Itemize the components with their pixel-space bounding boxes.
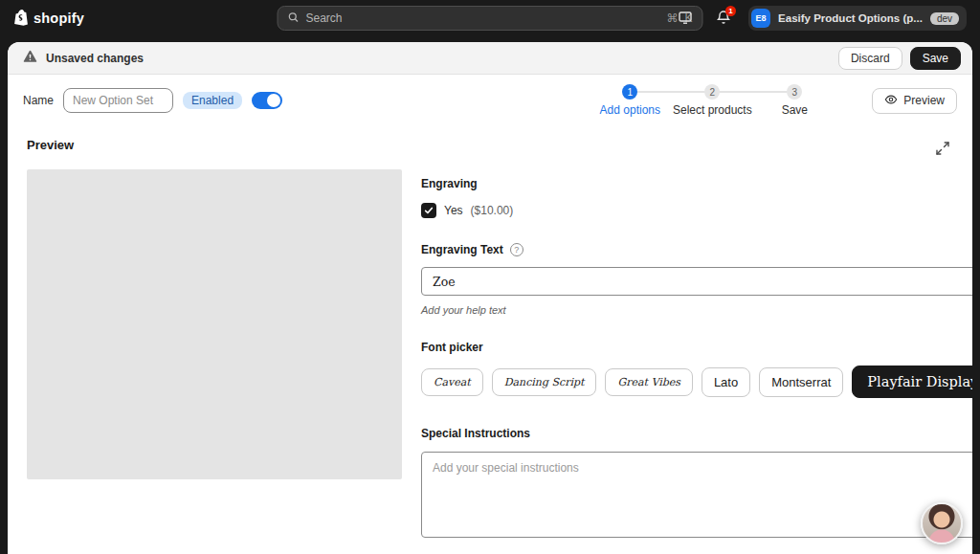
discard-button[interactable]: Discard	[838, 47, 902, 70]
step-3-label: Save	[782, 103, 808, 117]
engraving-text-label: Engraving Text	[421, 243, 503, 256]
preview-section: Preview Engraving Yes ($10.00)	[8, 124, 972, 554]
options-form: Engraving Yes ($10.00) Engraving Text ? …	[421, 169, 972, 554]
step-1-circle: 1	[622, 84, 637, 100]
env-badge: dev	[930, 12, 959, 25]
font-option-dancing-script[interactable]: Dancing Script	[492, 368, 597, 396]
special-instructions-label: Special Instructions	[421, 427, 972, 440]
font-option-caveat[interactable]: Caveat	[421, 368, 483, 396]
enabled-toggle[interactable]	[252, 92, 282, 109]
store-switcher[interactable]: E8 Easify Product Options (p... dev	[748, 6, 967, 31]
preview-button-label: Preview	[903, 94, 945, 107]
notifications-button[interactable]: 1	[710, 5, 737, 32]
font-option-lato[interactable]: Lato	[702, 367, 750, 397]
step-2-circle: 2	[704, 84, 720, 100]
engraving-help-text: Add your help text	[421, 304, 972, 316]
toggle-knob	[267, 94, 280, 107]
unsaved-changes-bar: Unsaved changes Discard Save	[8, 42, 972, 75]
step-save[interactable]: 3 Save	[753, 84, 835, 117]
option-set-name-input[interactable]	[63, 88, 173, 113]
engraving-yes-option[interactable]: Yes ($10.00)	[421, 203, 972, 218]
step-2-label: Select products	[673, 103, 752, 117]
eye-icon	[884, 93, 898, 109]
main-card: Unsaved changes Discard Save Name Enable…	[8, 42, 972, 554]
notification-badge: 1	[725, 6, 736, 16]
savebar-actions: Discard Save	[838, 47, 961, 70]
store-preview-button[interactable]	[672, 5, 699, 32]
engraving-label: Engraving	[421, 177, 972, 190]
unsaved-changes-message: Unsaved changes	[46, 52, 144, 65]
collapse-preview-button[interactable]	[932, 138, 953, 162]
wizard-stepper: 1 Add options 2 Select products 3 Save	[589, 84, 835, 117]
font-options: Caveat Dancing Script Great Vibes Lato M…	[421, 366, 972, 398]
search-placeholder: Search	[306, 11, 660, 25]
product-image-placeholder	[27, 169, 402, 479]
search-icon	[288, 11, 300, 26]
font-picker-label: Font picker	[421, 341, 972, 354]
topbar: shopify Search ⌘ K 1 E8 Easify Product O…	[0, 0, 980, 36]
preview-header: Preview	[27, 138, 953, 162]
option-set-bar: Name Enabled 1 Add options 2 Select prod…	[8, 75, 972, 124]
shopify-wordmark: shopify	[33, 11, 84, 26]
store-name: Easify Product Options (p...	[778, 12, 923, 24]
wizard-cluster: 1 Add options 2 Select products 3 Save P…	[589, 84, 957, 117]
preview-title: Preview	[27, 138, 74, 152]
save-button[interactable]: Save	[910, 47, 961, 70]
preview-button[interactable]: Preview	[872, 88, 957, 114]
store-avatar: E8	[751, 9, 770, 28]
preview-body: Engraving Yes ($10.00) Engraving Text ? …	[27, 169, 953, 554]
checkbox-label: Yes	[444, 204, 463, 217]
engraving-text-header: Engraving Text ?	[421, 243, 972, 256]
checkbox-checked-icon[interactable]	[421, 203, 436, 218]
shopify-logo[interactable]: shopify	[13, 9, 84, 29]
chat-widget-avatar[interactable]	[921, 502, 963, 544]
name-label: Name	[23, 94, 54, 107]
step-1-label: Add options	[600, 103, 660, 117]
checkbox-price: ($10.00)	[471, 204, 514, 217]
monitor-icon	[678, 10, 693, 28]
shopify-bag-icon	[13, 9, 29, 29]
step-3-circle: 3	[787, 84, 802, 100]
topbar-actions: 1 E8 Easify Product Options (p... dev	[672, 5, 967, 32]
font-option-playfair-display[interactable]: Playfair Display	[852, 366, 972, 398]
font-option-great-vibes[interactable]: Great Vibes	[605, 368, 693, 396]
help-icon[interactable]: ?	[510, 243, 523, 256]
step-add-options[interactable]: 1 Add options	[589, 84, 671, 117]
engraving-text-input[interactable]	[421, 267, 972, 296]
font-option-montserrat[interactable]: Montserrat	[759, 367, 843, 397]
warning-icon	[23, 50, 37, 66]
global-search[interactable]: Search ⌘ K	[278, 6, 703, 31]
special-instructions-textarea[interactable]	[421, 452, 972, 538]
status-badge: Enabled	[183, 92, 242, 109]
step-select-products[interactable]: 2 Select products	[671, 84, 753, 117]
collapse-icon	[936, 144, 949, 158]
